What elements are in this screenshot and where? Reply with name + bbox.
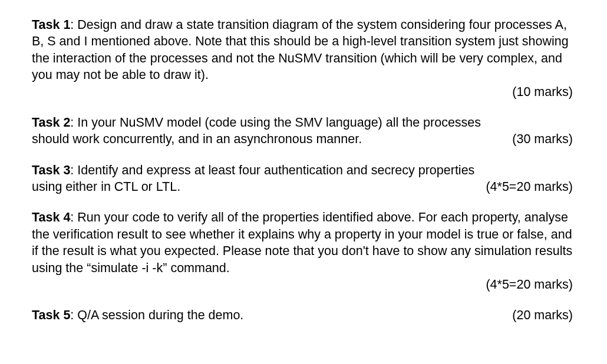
task-text-inline: Task 5: Q/A session during the demo. (32, 307, 243, 323)
task-3: Task 3: Identify and express at least fo… (32, 162, 573, 196)
task-text-inline: should work concurrently, and in an asyn… (32, 131, 362, 147)
task-label: Task 3 (32, 163, 70, 177)
task-text-inline: using either in CTL or LTL. (32, 178, 180, 195)
task-marks: (30 marks) (512, 131, 573, 147)
task-last-line: should work concurrently, and in an asyn… (32, 131, 573, 147)
task-5: Task 5: Q/A session during the demo. (20… (32, 307, 573, 323)
task-last-line: using either in CTL or LTL. (4*5=20 mark… (32, 178, 573, 195)
task-marks: (20 marks) (512, 307, 573, 323)
task-marks: (10 marks) (512, 84, 573, 100)
task-marks: (4*5=20 marks) (486, 178, 573, 195)
task-2: Task 2: In your NuSMV model (code using … (32, 114, 573, 148)
task-label: Task 4 (32, 210, 70, 224)
task-4: Task 4: Run your code to verify all of t… (32, 209, 573, 293)
task-1: Task 1: Design and draw a state transiti… (32, 16, 573, 100)
task-marks: (4*5=20 marks) (486, 276, 573, 293)
task-text-before: : In your NuSMV model (code using the SM… (70, 115, 481, 130)
task-marks-row: (10 marks) (32, 84, 573, 100)
task-body: Task 3: Identify and express at least fo… (32, 162, 573, 178)
task-label: Task 5 (32, 308, 70, 322)
task-last-line: Task 5: Q/A session during the demo. (20… (32, 307, 573, 323)
task-label: Task 1 (32, 18, 70, 32)
task-text-before: : Identify and express at least four aut… (70, 163, 474, 177)
task-text: : Design and draw a state transition dia… (32, 18, 569, 82)
task-body: Task 2: In your NuSMV model (code using … (32, 114, 573, 131)
task-label: Task 2 (32, 115, 70, 130)
task-body: Task 1: Design and draw a state transiti… (32, 16, 573, 84)
task-marks-row: (4*5=20 marks) (32, 276, 573, 293)
task-body: Task 4: Run your code to verify all of t… (32, 209, 573, 276)
task-text: : Q/A session during the demo. (70, 308, 243, 322)
task-text: : Run your code to verify all of the pro… (32, 210, 572, 274)
